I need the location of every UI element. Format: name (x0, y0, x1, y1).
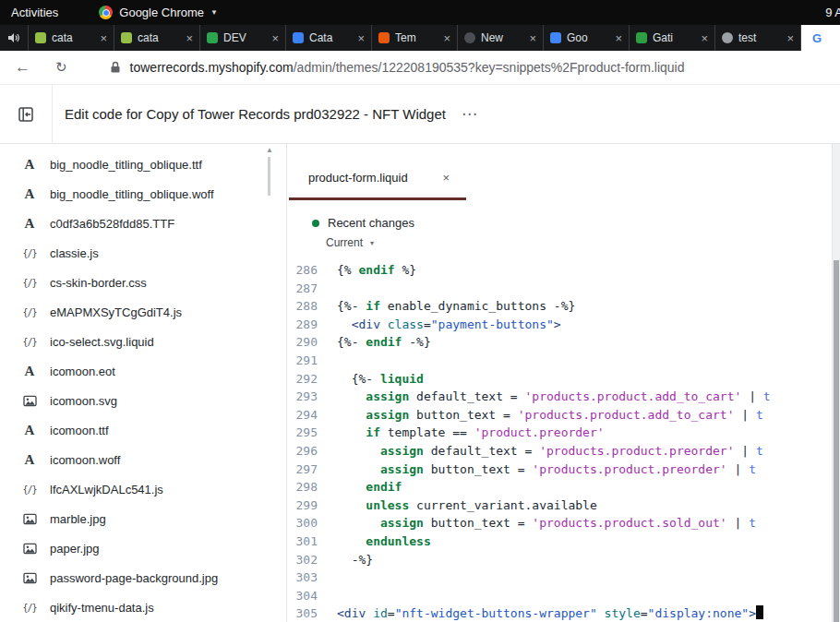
google-ads-icon (550, 32, 561, 43)
file-item[interactable]: Aicomoon.woff (0, 445, 286, 474)
file-name: big_noodle_titling_oblique.ttf (50, 158, 202, 172)
tab-close-icon[interactable]: × (529, 32, 536, 44)
line-number: 292 (287, 370, 318, 389)
browser-tab[interactable]: cata× (114, 25, 199, 51)
file-name: paper.jpg (50, 542, 100, 556)
file-item[interactable]: Aicomoon.ttf (0, 415, 286, 445)
tab-close-icon[interactable]: × (786, 32, 794, 44)
open-file-tab[interactable]: product-form.liquid × (289, 157, 466, 200)
code-editor[interactable]: 2862872882892902912922932942952962972982… (287, 261, 832, 622)
line-number: 294 (287, 406, 318, 425)
tab-close-icon[interactable]: × (186, 32, 193, 44)
font-file-icon: A (21, 364, 38, 379)
code-line: endif (337, 478, 832, 496)
dev-community-icon (207, 32, 218, 43)
code-file-icon: {/} (21, 248, 38, 258)
active-browser-tab[interactable]: G (800, 25, 840, 51)
chevron-down-icon: ▾ (370, 239, 374, 247)
browser-tab[interactable]: Cata× (285, 25, 371, 51)
line-number: 297 (287, 461, 318, 479)
file-item[interactable]: Aicomoon.eot (0, 356, 286, 386)
browser-tab-strip: cata×cata×DEV×Cata×Tem×New×Goo×Gati×test… (0, 25, 840, 51)
file-item[interactable]: {/}eMAPMXSyTCgGdiT4.js (0, 297, 286, 327)
browser-tab[interactable]: Tem× (371, 25, 457, 51)
browser-tab[interactable]: test× (714, 25, 800, 51)
file-item[interactable]: Abig_noodle_titling_oblique.ttf (0, 150, 286, 179)
line-number: 305 (287, 604, 318, 622)
tab-close-icon[interactable]: × (100, 32, 107, 44)
file-item[interactable]: password-page-background.jpg (0, 563, 286, 592)
tab-title: Goo (567, 31, 609, 44)
file-item[interactable]: icomoon.svg (0, 386, 286, 415)
code-line: <div class="payment-buttons"> (337, 316, 832, 334)
sidebar-scrollbar-thumb[interactable] (268, 157, 270, 196)
shopify-bag-icon (35, 32, 46, 43)
file-item[interactable]: {/}classie.js (0, 238, 286, 268)
scroll-up-icon[interactable]: ▲ (266, 146, 273, 154)
line-number: 296 (287, 442, 318, 461)
tab-title: cata (52, 31, 94, 44)
flag-icon (378, 32, 390, 43)
reload-button[interactable]: ↻ (55, 59, 67, 76)
file-item[interactable]: {/}ico-select.svg.liquid (0, 327, 286, 356)
browser-tab[interactable]: New× (457, 25, 543, 51)
url-field[interactable]: towerrecords.myshopify.com/admin/themes/… (130, 60, 685, 75)
code-line (337, 568, 832, 587)
browser-tab[interactable]: Goo× (543, 25, 629, 51)
file-item[interactable]: Ac0df3a6b528fdd85.TTF (0, 209, 286, 238)
close-icon[interactable]: × (442, 171, 450, 185)
lock-icon[interactable] (110, 61, 121, 74)
active-app-name: Google Chrome (119, 6, 204, 19)
line-number: 298 (287, 478, 318, 496)
back-button[interactable]: ← (15, 58, 30, 77)
code-file-icon: {/} (21, 337, 38, 347)
file-name: icomoon.woff (50, 453, 120, 467)
file-item[interactable]: Abig_noodle_titling_oblique.woff (0, 179, 286, 209)
code-line: <div id="nft-widget-buttons-wrapper" sty… (337, 604, 832, 622)
tab-close-icon[interactable]: × (443, 32, 450, 44)
editor-scrollbar[interactable] (832, 144, 840, 622)
code-line: -%} (337, 551, 832, 569)
line-number: 301 (287, 532, 318, 551)
code-line: {% endif %} (337, 261, 832, 280)
file-tab-label: product-form.liquid (308, 171, 408, 185)
line-number: 293 (287, 388, 318, 406)
file-list: Abig_noodle_titling_oblique.ttfAbig_nood… (0, 144, 286, 622)
browser-tabs: cata×cata×DEV×Cata×Tem×New×Goo×Gati×test… (28, 25, 800, 51)
line-number: 303 (287, 568, 318, 587)
url-path: /admin/themes/122208190535?key=snippets%… (294, 60, 685, 75)
file-item[interactable]: {/}qikify-tmenu-data.js (0, 592, 286, 622)
code-line: assign button_text = 'products.product.s… (337, 514, 832, 532)
chevron-down-icon: ▼ (210, 8, 218, 17)
activities-button[interactable]: Activities (11, 6, 58, 19)
font-file-icon: A (21, 157, 38, 173)
editor-scrollbar-thumb[interactable] (834, 260, 839, 622)
shopify-editor-header: Edit code for Copy of Tower Records prd0… (0, 85, 840, 144)
tab-close-icon[interactable]: × (701, 32, 708, 44)
tab-title: New (481, 31, 523, 44)
file-item[interactable]: marble.jpg (0, 504, 286, 533)
code-file-icon: {/} (21, 307, 38, 317)
active-app-menu[interactable]: Google Chrome ▼ (99, 6, 218, 19)
line-number: 302 (287, 551, 318, 569)
file-name: icomoon.eot (50, 365, 115, 378)
shopify-bag-icon (121, 32, 132, 43)
more-actions-button[interactable]: ⋯ (462, 104, 478, 124)
code-file-icon: {/} (21, 603, 38, 613)
line-number: 299 (287, 496, 318, 515)
tab-close-icon[interactable]: × (615, 32, 622, 44)
file-item[interactable]: {/}lfcAXLwjkDALc541.js (0, 474, 286, 504)
line-number: 300 (287, 514, 318, 532)
code-editor-pane: product-form.liquid × Recent changes Cur… (286, 144, 840, 622)
browser-tab[interactable]: DEV× (199, 25, 285, 51)
version-dropdown[interactable]: Current ▾ (287, 236, 829, 249)
system-top-bar: Activities Google Chrome ▼ 9 A (0, 0, 840, 25)
browser-tab[interactable]: cata× (28, 25, 114, 51)
file-item[interactable]: paper.jpg (0, 533, 286, 563)
tab-close-icon[interactable]: × (357, 32, 365, 44)
browser-tab[interactable]: Gati× (629, 25, 714, 51)
collapse-sidebar-button[interactable] (0, 85, 53, 143)
file-item[interactable]: {/}cs-skin-border.css (0, 268, 286, 297)
tab-close-icon[interactable]: × (271, 32, 279, 44)
globe-icon (722, 32, 733, 43)
